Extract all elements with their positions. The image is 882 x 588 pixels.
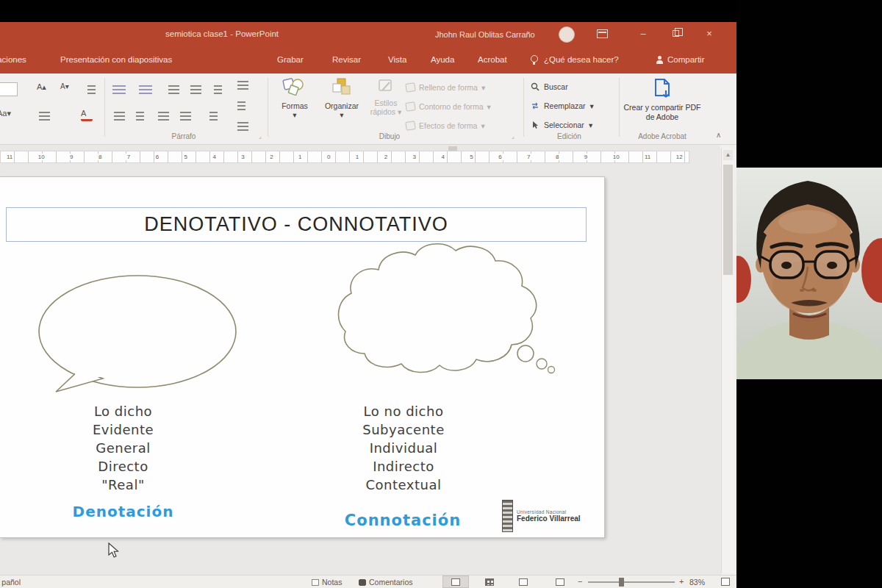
adobe-pdf-button[interactable]: [650, 77, 675, 104]
align-center-icon[interactable]: [134, 109, 150, 123]
share-person-icon: [656, 56, 663, 64]
align-right-icon[interactable]: [156, 109, 172, 123]
shape-effects-button[interactable]: Efectos de forma▾: [406, 118, 522, 134]
change-case-icon[interactable]: Aa▾: [0, 109, 13, 123]
tell-me-bulb-icon: [531, 55, 538, 62]
shape-fill-button[interactable]: Relleno de forma▾: [406, 79, 522, 96]
reading-view-icon: [519, 578, 528, 586]
align-text-icon[interactable]: [235, 98, 251, 113]
font-color-icon[interactable]: A: [81, 109, 93, 121]
bullets-icon[interactable]: [112, 82, 128, 97]
slideshow-icon: [556, 578, 564, 586]
denotacion-label[interactable]: Denotación: [44, 503, 202, 520]
line-spacing-icon[interactable]: [212, 82, 228, 97]
tell-me-box[interactable]: ¿Qué desea hacer?: [544, 55, 619, 64]
powerpoint-window: semiotica clase1 - PowerPoint Jhohn Raul…: [0, 22, 736, 588]
formas-button[interactable]: Formas▾: [273, 77, 316, 119]
ribbon-display-options-icon[interactable]: [597, 29, 608, 38]
video-panel: [736, 0, 882, 588]
normal-view-icon: [451, 578, 460, 586]
text-highlight-icon[interactable]: [37, 109, 53, 123]
tab-revisar[interactable]: Revisar: [332, 55, 361, 64]
tab-acrobat[interactable]: Acrobat: [478, 55, 507, 64]
scroll-up-icon[interactable]: ▲: [723, 150, 733, 160]
restore-button[interactable]: [673, 30, 679, 37]
font-size-input[interactable]: [0, 82, 18, 96]
slideshow-view-button[interactable]: [547, 576, 573, 588]
ribbon: A▴ A▾ Aa▾ A Párrafo ⌟: [0, 74, 736, 145]
scrollbar-thumb[interactable]: [723, 165, 733, 275]
participant-person: [736, 168, 882, 379]
user-avatar[interactable]: [559, 26, 575, 43]
denotation-text-list[interactable]: Lo dichoEvidenteGeneralDirecto"Real": [44, 402, 202, 494]
clear-format-icon[interactable]: [85, 82, 101, 97]
justify-icon[interactable]: [178, 109, 194, 123]
organizar-button[interactable]: Organizar▾: [319, 77, 365, 119]
university-logo[interactable]: Universidad Nacional Federico Villarreal: [502, 498, 600, 533]
tab-grabar[interactable]: Grabar: [277, 55, 304, 64]
group-label-parrafo: Párrafo: [110, 132, 257, 140]
ruler-bar: 11109876543210123456789101112: [0, 145, 720, 168]
tab-vista[interactable]: Vista: [388, 55, 406, 64]
dibujo-dialog-launcher[interactable]: ⌟: [512, 133, 514, 140]
connotacion-label[interactable]: Connotación: [315, 512, 491, 529]
mouse-cursor: [107, 542, 121, 559]
zoom-slider[interactable]: [588, 581, 675, 583]
group-label-edicion: Edición: [523, 132, 615, 140]
slide[interactable]: DENOTATIVO - CONNOTATIVO: [0, 176, 605, 538]
comments-button[interactable]: Comentarios: [359, 578, 413, 587]
title-bar: semiotica clase1 - PowerPoint Jhohn Raul…: [0, 22, 736, 47]
numbering-icon[interactable]: [138, 82, 154, 97]
language-indicator[interactable]: Español: [1, 578, 21, 587]
share-button[interactable]: Compartir: [656, 55, 704, 64]
increase-font-icon[interactable]: A▴: [37, 82, 53, 97]
status-bar: Español Notas Comentarios − + 83%: [0, 575, 736, 588]
buscar-button[interactable]: Buscar: [531, 79, 568, 94]
smartart-icon[interactable]: [235, 119, 251, 134]
decrease-font-icon[interactable]: A▾: [60, 82, 76, 97]
comments-icon: [359, 579, 366, 586]
tab-ayuda[interactable]: Ayuda: [431, 55, 454, 64]
shape-effects-icon: [405, 121, 416, 131]
logo-line1: Universidad Nacional: [517, 509, 581, 514]
collapse-ribbon-icon[interactable]: ∧: [716, 131, 721, 139]
group-divider: [268, 78, 268, 137]
decrease-indent-icon[interactable]: [166, 82, 182, 97]
university-building-icon: [502, 500, 513, 532]
fit-to-window-icon[interactable]: [721, 578, 730, 586]
zoom-slider-thumb[interactable]: [619, 578, 624, 587]
thought-cloud-shape[interactable]: [339, 244, 555, 373]
align-left-icon[interactable]: [112, 109, 128, 123]
vertical-scrollbar[interactable]: ▲: [721, 148, 734, 573]
minimize-button[interactable]: –: [632, 28, 654, 39]
parrafo-dialog-launcher[interactable]: ⌟: [259, 133, 262, 140]
share-label: Compartir: [667, 55, 704, 64]
select-arrow-icon: [531, 121, 539, 129]
notes-button[interactable]: Notas: [312, 578, 342, 587]
account-user-name[interactable]: Jhohn Raul Oblitas Carraño: [435, 30, 535, 39]
tab-presentacion[interactable]: Presentación con diapositivas: [60, 55, 172, 64]
text-direction-icon[interactable]: [235, 78, 251, 93]
columns-icon[interactable]: [207, 109, 223, 123]
reemplazar-button[interactable]: Reemplazar▾: [531, 98, 594, 113]
slide-canvas: DENOTATIVO - CONNOTATIVO: [0, 168, 721, 575]
ribbon-tab-row: Animaciones Presentación con diapositiva…: [0, 47, 736, 74]
zoom-out-button[interactable]: −: [578, 577, 582, 586]
normal-view-button[interactable]: [442, 576, 469, 588]
slide-sorter-view-button[interactable]: [476, 576, 503, 588]
shape-outline-button[interactable]: Contorno de forma▾: [406, 98, 522, 115]
group-divider: [523, 78, 524, 137]
estilos-rapidos-button[interactable]: Estilos rápidos ▾: [366, 77, 406, 116]
seleccionar-button[interactable]: Seleccionar▾: [531, 118, 592, 132]
tab-animaciones[interactable]: Animaciones: [0, 55, 26, 64]
document-title: semiotica clase1 - PowerPoint: [165, 29, 279, 38]
zoom-in-button[interactable]: +: [679, 577, 684, 586]
quick-styles-icon: [376, 77, 395, 95]
reading-view-button[interactable]: [510, 576, 537, 588]
zoom-percentage[interactable]: 83%: [689, 578, 705, 587]
speech-bubble-shape[interactable]: [39, 276, 236, 392]
increase-indent-icon[interactable]: [188, 82, 204, 97]
connotation-text-list[interactable]: Lo no dichoSubyacenteIndividualIndirecto…: [322, 402, 485, 494]
close-button[interactable]: ×: [698, 28, 720, 39]
screen: semiotica clase1 - PowerPoint Jhohn Raul…: [0, 0, 882, 588]
